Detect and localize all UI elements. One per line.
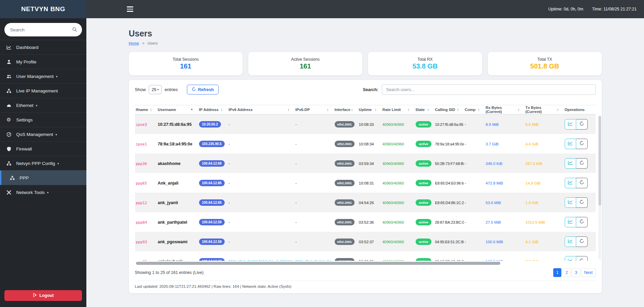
column-header-uptime[interactable]: Uptime▲▼ — [358, 108, 382, 112]
cell-ipv6-dp: - — [295, 121, 334, 127]
breadcrumb-current: Users — [147, 41, 158, 45]
cell-ifname: ppp65 — [135, 180, 157, 186]
chart-button[interactable] — [565, 236, 576, 247]
cell-operations — [564, 158, 594, 169]
resync-button[interactable] — [576, 178, 588, 188]
page-button-1[interactable]: 1 — [553, 268, 562, 277]
chevron-down-icon: ▾ — [56, 133, 57, 136]
column-header-ipv6-dp[interactable]: IPv6-DP▲▼ — [295, 108, 334, 112]
gear-icon: ⚙ — [5, 117, 12, 122]
column-header-interface[interactable]: Interface▲▼ — [334, 108, 358, 112]
sitemap-icon — [5, 161, 12, 166]
chart-button[interactable] — [565, 158, 576, 169]
chart-button[interactable] — [565, 217, 576, 227]
resync-button[interactable] — [576, 236, 588, 247]
cell-rate-limit: 40960/40960 — [382, 258, 415, 261]
resync-button[interactable] — [576, 197, 588, 208]
sidebar-item-netvyn-ppp-config[interactable]: Netvyn PPP Config▾ — [0, 156, 86, 170]
sidebar-item-label: Network Tools — [16, 190, 45, 195]
sidebar-item-network-tools[interactable]: Network Tools▾ — [0, 185, 86, 199]
cell-ip-address: 100.64.12.85 — [198, 179, 228, 186]
chevron-down-icon: ▾ — [36, 104, 37, 107]
sidebar-item-ppp[interactable]: PPP — [0, 170, 86, 185]
sidebar-item-label: Settings — [16, 117, 33, 122]
resync-button[interactable] — [576, 217, 588, 227]
sidebar-item-user-management[interactable]: User Management▾ — [0, 69, 86, 83]
breadcrumb: Home > Users — [129, 41, 602, 45]
resync-button[interactable] — [576, 256, 588, 261]
chart-up-icon — [568, 160, 573, 166]
column-header-ip-address[interactable]: IP Address▲▼ — [198, 108, 228, 112]
hamburger-icon[interactable] — [127, 6, 133, 12]
horizontal-scrollbar[interactable] — [135, 262, 596, 265]
sidebar-item-qos-management[interactable]: QoS Management▾ — [0, 127, 86, 141]
refresh-icon — [579, 121, 584, 127]
column-header-rate-limit[interactable]: Rate Limit▲▼ — [382, 108, 415, 112]
cell-uptime: 03:59:34 — [358, 160, 382, 166]
cell-ip-address: 10.20.50.2 — [198, 121, 228, 128]
column-header-comp[interactable]: Comp▲▼ — [464, 108, 485, 112]
breadcrumb-home-link[interactable]: Home — [129, 41, 139, 45]
chart-button[interactable] — [565, 197, 576, 208]
resync-button[interactable] — [576, 139, 588, 149]
cell-calling-sid: 10:27:f5:d8:6a:95 — [434, 121, 464, 127]
chart-button[interactable] — [565, 256, 576, 261]
page-title: Users — [129, 29, 602, 38]
users-search-input[interactable] — [382, 84, 596, 95]
column-header-username[interactable]: Username▲ — [157, 108, 198, 112]
sidebar: NETVYN BNG DashboardMy ProfileUser Manag… — [0, 0, 86, 307]
refresh-icon — [579, 160, 584, 166]
table-row: ppp12ank_jyanti100.64.12.65--eth2.200104… — [135, 193, 596, 212]
cell-operations — [564, 197, 594, 208]
cell-username: 78:9a:18:a4:95:0e — [157, 141, 198, 147]
show-label: Show — [135, 87, 146, 92]
column-header-label: Username — [158, 108, 176, 112]
users-table-card: Show 25 ▾ entries Refresh — [129, 80, 602, 293]
sidebar-item-dashboard[interactable]: Dashboard — [0, 40, 86, 54]
column-header-rx-bytes-current[interactable]: Rx Bytes (Current)▲▼ — [485, 106, 525, 114]
refresh-button[interactable]: Refresh — [187, 85, 219, 94]
cell-ip-address: 100.64.12.65 — [198, 199, 228, 206]
sidebar-item-settings[interactable]: ⚙Settings — [0, 112, 86, 127]
page-button-3[interactable]: 3 — [572, 268, 580, 277]
resync-button[interactable] — [576, 119, 588, 130]
cell-calling-sid: 00:17:7C:A9:42:8E — [434, 258, 464, 261]
cell-ipv6-dp: 2001:df2:4a40:414::/64 — [295, 258, 334, 261]
users-table: Ifname▲▼Username▲IP Address▲▼IPv6 Addres… — [135, 105, 596, 265]
chart-button[interactable] — [565, 178, 576, 188]
column-header-calling-sid[interactable]: Calling SID▲▼ — [434, 108, 464, 112]
cell-rate-limit: 40960/40960 — [382, 180, 415, 186]
sidebar-item-ethernet[interactable]: Ethernet▾ — [0, 98, 86, 112]
page-button-next[interactable]: Next — [581, 268, 596, 277]
refresh-icon — [579, 199, 584, 205]
sidebar-item-my-profile[interactable]: My Profile — [0, 54, 86, 69]
sidebar-item-live-ip-management[interactable]: Live IP Management — [0, 83, 86, 98]
vertical-scrollbar[interactable] — [598, 115, 601, 259]
column-header-tx-bytes-current[interactable]: Tx Bytes (Current)▲▼ — [525, 106, 564, 114]
cell-comp: - — [464, 199, 485, 205]
refresh-icon — [579, 180, 584, 186]
time-text: Time: 11/08/25 21:27:21 — [592, 7, 637, 11]
column-header-label: Interface — [335, 108, 351, 112]
chart-up-icon — [568, 121, 573, 127]
sidebar-item-label: Live IP Management — [16, 88, 58, 93]
column-header-ipv6-address[interactable]: IPv6 Address▲▼ — [228, 108, 295, 112]
stats-row: Total Sessions161Active Sessions161Total… — [129, 52, 602, 75]
logout-button[interactable]: Logout — [4, 290, 82, 301]
column-header-ifname[interactable]: Ifname▲▼ — [135, 108, 157, 112]
chart-button[interactable] — [565, 119, 576, 130]
resync-button[interactable] — [576, 158, 588, 169]
gauge-icon — [5, 132, 12, 137]
cell-tx-bytes: 14.9 GiB — [525, 180, 564, 186]
sidebar-item-firewall[interactable]: Firewall — [0, 141, 86, 156]
sort-icon: ▲▼ — [408, 108, 410, 112]
sidebar-nav: DashboardMy ProfileUser Management▾Live … — [0, 40, 86, 199]
cell-rate-limit: 40960/40960 — [382, 160, 415, 166]
sidebar-search-input[interactable] — [4, 23, 82, 36]
sort-icon: ▲▼ — [150, 108, 152, 112]
entries-select[interactable]: 25 ▾ — [149, 85, 162, 94]
cell-ifname: ppp85 — [135, 258, 157, 261]
page-button-2[interactable]: 2 — [562, 268, 571, 277]
column-header-state[interactable]: State▲▼ — [415, 108, 434, 112]
chart-button[interactable] — [565, 139, 576, 149]
